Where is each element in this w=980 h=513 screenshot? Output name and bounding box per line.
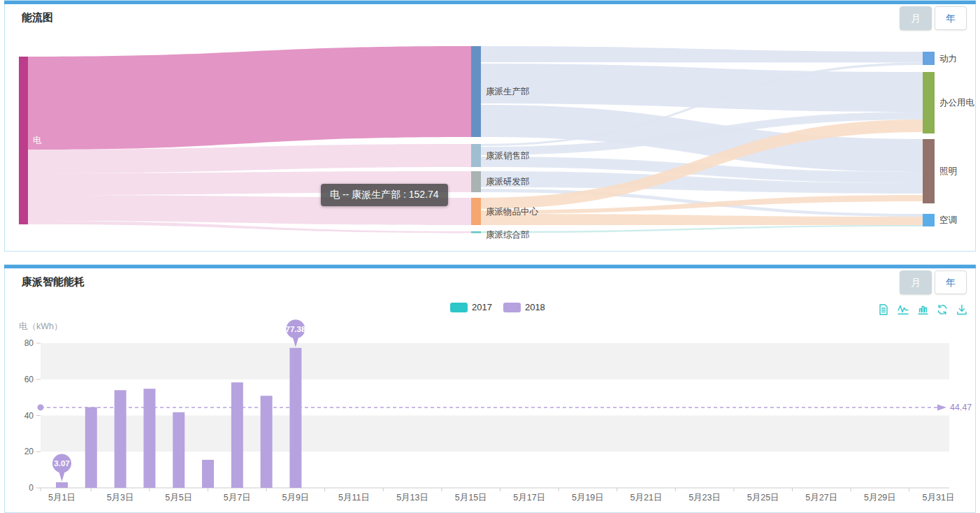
bar-2018-5月5日[interactable] (173, 412, 185, 488)
sankey-chart[interactable]: 电康派生产部康派销售部康派研发部康派物品中心康派综合部动力办公用电照明空调 (5, 39, 977, 249)
sankey-node-康派销售部[interactable] (471, 144, 481, 167)
bar-2018-5月7日[interactable] (231, 382, 243, 488)
energy-flow-panel: 能流图 月 年 电康派生产部康派销售部康派研发部康派物品中心康派综合部动力办公用… (4, 0, 976, 252)
sankey-node-label-康派销售部: 康派销售部 (486, 151, 530, 161)
bar-2018-5月8日[interactable] (261, 396, 273, 488)
panel-accent-bar (4, 1, 976, 4)
sankey-node-康派生产部[interactable] (471, 46, 481, 137)
bar-2018-5月6日[interactable] (202, 460, 214, 488)
legend-label-2018: 2018 (525, 302, 545, 312)
sankey-node-动力[interactable] (923, 52, 935, 65)
split-area-band (41, 343, 949, 380)
legend-swatch-2018 (503, 303, 521, 312)
sankey-node-label-康派综合部: 康派综合部 (486, 230, 530, 240)
x-axis-label: 5月21日 (630, 493, 663, 503)
legend-item-2018[interactable]: 2018 (503, 302, 545, 312)
x-axis-label: 5月1日 (48, 493, 75, 503)
x-axis-label: 5月9日 (282, 493, 309, 503)
value-pin-label: 3.07 (54, 459, 69, 468)
bar-2018-5月3日[interactable] (115, 390, 127, 488)
x-axis-label: 5月5日 (165, 493, 192, 503)
sankey-node-康派综合部[interactable] (471, 231, 481, 233)
y-axis-label: 20 (24, 447, 34, 456)
y-axis-label: 80 (24, 338, 34, 348)
sankey-node-照明[interactable] (923, 139, 935, 203)
refresh-icon[interactable] (936, 303, 949, 319)
markline-start-dot (38, 404, 44, 410)
sankey-node-label-康派研发部: 康派研发部 (486, 177, 530, 187)
x-axis-label: 5月17日 (513, 493, 545, 503)
sankey-node-康派物品中心[interactable] (471, 198, 481, 225)
month-button-flow[interactable]: 月 (900, 6, 932, 30)
sankey-node-康派研发部[interactable] (471, 171, 481, 192)
legend-item-2017[interactable]: 2017 (450, 302, 492, 312)
x-axis-label: 5月27日 (805, 493, 837, 503)
sankey-node-label-康派生产部: 康派生产部 (486, 87, 530, 96)
x-axis-label: 5月29日 (864, 493, 896, 503)
sankey-node-电[interactable] (19, 57, 28, 224)
sankey-tooltip: 电 -- 康派生产部 : 152.74 (321, 184, 448, 206)
x-axis-label: 5月13日 (396, 493, 428, 503)
sankey-node-label-办公用电: 办公用电 (939, 98, 975, 108)
x-axis-label: 5月7日 (224, 493, 251, 503)
energy-flow-title: 能流图 (22, 11, 53, 24)
markline-arrow (937, 404, 946, 410)
data-view-icon[interactable] (877, 303, 890, 319)
line-chart-icon[interactable] (897, 303, 909, 319)
markline-label: 44.47 (950, 403, 972, 412)
x-axis-label: 5月3日 (107, 493, 134, 503)
y-axis-label: 40 (24, 411, 34, 421)
value-pin-label: 77.38 (286, 325, 306, 333)
sankey-node-label-照明: 照明 (939, 166, 957, 176)
year-button-flow[interactable]: 年 (935, 6, 967, 30)
y-axis-label: 60 (24, 375, 34, 384)
energy-consumption-panel: 康派智能能耗 月 年 2017 2018 (4, 264, 976, 513)
sankey-node-label-电: 电 (33, 136, 42, 145)
download-icon[interactable] (956, 303, 968, 319)
sankey-flow-康派综合部-空调[interactable] (481, 225, 923, 233)
x-axis-label: 5月25日 (747, 493, 779, 503)
bar-2018-5月9日[interactable] (289, 348, 301, 488)
dashboard: 能流图 月 年 电康派生产部康派销售部康派研发部康派物品中心康派综合部动力办公用… (0, 0, 980, 513)
sankey-node-办公用电[interactable] (923, 72, 935, 133)
x-axis-label: 5月31日 (923, 493, 955, 503)
sankey-flow-电-康派生产部[interactable] (28, 46, 471, 150)
bar-2018-5月1日[interactable] (56, 482, 68, 488)
sankey-node-空调[interactable] (923, 214, 935, 226)
chart-toolbox (877, 303, 968, 319)
x-axis-label: 5月11日 (338, 493, 370, 503)
period-toggle-flow: 月 年 (900, 6, 967, 30)
x-axis-label: 5月15日 (455, 493, 487, 503)
sankey-flow-康派生产部-动力[interactable] (481, 46, 923, 63)
legend-swatch-2017 (450, 303, 468, 312)
chart-legend: 2017 2018 (450, 302, 545, 312)
sankey-node-label-动力: 动力 (939, 54, 957, 64)
x-axis-label: 5月23日 (689, 493, 721, 503)
bar-chart-icon[interactable] (916, 303, 929, 319)
y-axis-name: 电（kWh） (19, 321, 63, 331)
sankey-node-label-康派物品中心: 康派物品中心 (486, 207, 539, 217)
y-axis-label: 0 (29, 483, 34, 493)
sankey-node-label-空调: 空调 (939, 215, 957, 225)
x-axis-label: 5月19日 (572, 493, 604, 503)
legend-label-2017: 2017 (472, 302, 492, 312)
bar-2018-5月2日[interactable] (85, 407, 97, 488)
bar-2018-5月4日[interactable] (143, 389, 155, 488)
